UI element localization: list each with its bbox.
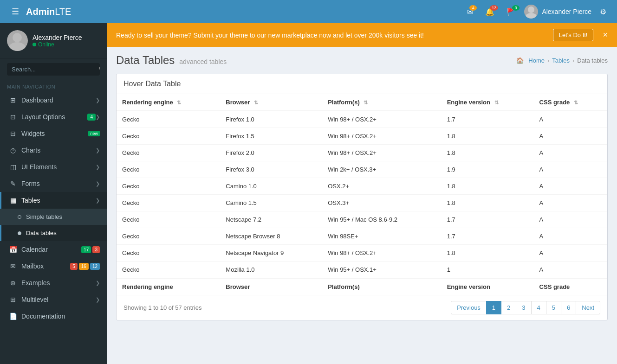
breadcrumb-home[interactable]: Home bbox=[528, 57, 545, 64]
sidebar-item-label: Documentation bbox=[21, 313, 100, 320]
sidebar-item-data-tables[interactable]: Data tables bbox=[0, 225, 107, 241]
new-badge: new bbox=[88, 131, 100, 136]
cell-platform: Win 98+ / OSX.2+ bbox=[322, 128, 442, 145]
cell-version: 1.7 bbox=[442, 228, 534, 245]
sidebar-item-examples[interactable]: ⊕ Examples ❯ bbox=[0, 275, 107, 291]
svg-point-3 bbox=[9, 42, 26, 51]
sidebar-item-label: Tables bbox=[21, 197, 96, 204]
cell-platform: Win 98+ / OSX.2+ bbox=[322, 111, 442, 128]
search-submit[interactable]: 🔍 bbox=[94, 63, 100, 76]
cell-platform: Win 95+ / OSX.1+ bbox=[322, 262, 442, 279]
col-header-grade[interactable]: CSS grade ⇅ bbox=[534, 94, 607, 111]
mailbox-icon: ✉ bbox=[8, 262, 18, 270]
cell-version: 1.8 bbox=[442, 128, 534, 145]
home-icon: 🏠 bbox=[516, 57, 524, 64]
chevron-right-icon: ❯ bbox=[96, 147, 100, 153]
cell-grade: A bbox=[534, 245, 607, 262]
cell-grade: A bbox=[534, 145, 607, 161]
foot-col-platform: Platform(s) bbox=[322, 278, 442, 295]
sidebar-item-layout[interactable]: ⊡ Layout Options 4 ❯ bbox=[0, 109, 107, 125]
table-body: Gecko Firefox 1.0 Win 98+ / OSX.2+ 1.7 A… bbox=[117, 111, 607, 278]
search-box: 🔍 bbox=[0, 58, 107, 80]
cell-platform: OSX.2+ bbox=[322, 178, 442, 195]
sidebar-item-mailbox[interactable]: ✉ Mailbox 5 16 12 bbox=[0, 258, 107, 275]
col-header-engine[interactable]: Rendering engine ⇅ bbox=[117, 94, 220, 111]
user-nav-panel[interactable]: Alexander Pierce bbox=[524, 5, 591, 19]
cell-engine: Gecko bbox=[117, 262, 220, 279]
flag-button[interactable]: 🚩 9 bbox=[503, 5, 520, 19]
cell-version: 1 bbox=[442, 262, 534, 279]
user-avatar bbox=[7, 30, 28, 51]
svg-point-1 bbox=[526, 13, 537, 19]
bullet-icon bbox=[18, 215, 21, 219]
col-header-browser[interactable]: Browser ⇅ bbox=[220, 94, 322, 111]
box-title: Hover Data Table bbox=[123, 80, 600, 88]
examples-icon: ⊕ bbox=[8, 279, 18, 287]
sidebar-item-calendar[interactable]: 📅 Calendar 17 3 bbox=[0, 241, 107, 258]
cell-platform: OSX.3+ bbox=[322, 195, 442, 211]
alert-message: Ready to sell your theme? Submit your th… bbox=[116, 32, 548, 39]
col-label: CSS grade bbox=[539, 99, 570, 106]
sidebar-item-ui[interactable]: ◫ UI Elements ❯ bbox=[0, 159, 107, 175]
sidebar-item-documentation[interactable]: 📄 Documentation bbox=[0, 308, 107, 325]
col-label: Browser bbox=[226, 99, 250, 106]
layout-badge: 4 bbox=[87, 114, 96, 121]
sidebar-toggle[interactable]: ☰ bbox=[7, 6, 24, 17]
brand-logo[interactable]: AdminLTE bbox=[26, 6, 71, 17]
table-row: Gecko Firefox 3.0 Win 2k+ / OSX.3+ 1.9 A bbox=[117, 161, 607, 178]
table-container: Rendering engine ⇅ Browser ⇅ Platform(s)… bbox=[117, 94, 607, 295]
table-row: Gecko Firefox 1.0 Win 98+ / OSX.2+ 1.7 A bbox=[117, 111, 607, 128]
table-header-row: Rendering engine ⇅ Browser ⇅ Platform(s)… bbox=[117, 94, 607, 111]
cell-browser: Firefox 1.0 bbox=[220, 111, 322, 128]
mailbox-badges: 5 16 12 bbox=[70, 263, 100, 270]
pagination-page-2[interactable]: 2 bbox=[501, 301, 516, 314]
cell-browser: Firefox 3.0 bbox=[220, 161, 322, 178]
table-row: Gecko Firefox 1.5 Win 98+ / OSX.2+ 1.8 A bbox=[117, 128, 607, 145]
sidebar-user-name: Alexander Pierce bbox=[32, 34, 82, 41]
sidebar-subitem-label: Data tables bbox=[26, 230, 57, 236]
sidebar-subitem-label: Simple tables bbox=[26, 213, 62, 220]
settings-button[interactable]: ⚙ bbox=[596, 5, 610, 19]
pagination-page-3[interactable]: 3 bbox=[516, 301, 531, 314]
sidebar-item-tables[interactable]: ▦ Tables ❯ bbox=[0, 192, 107, 209]
bell-button[interactable]: 🔔 13 bbox=[481, 5, 498, 19]
bullet-icon bbox=[18, 231, 21, 235]
sidebar: Alexander Pierce Online 🔍 MAIN NAVIGATIO… bbox=[0, 23, 107, 364]
col-header-version[interactable]: Engine version ⇅ bbox=[442, 94, 534, 111]
table-row: Gecko Mozilla 1.0 Win 95+ / OSX.1+ 1 A bbox=[117, 262, 607, 279]
breadcrumb-sep: › bbox=[547, 57, 549, 64]
pagination-next[interactable]: Next bbox=[576, 301, 600, 314]
sidebar-item-multilevel[interactable]: ⊞ Multilevel ❯ bbox=[0, 291, 107, 308]
sidebar-item-dashboard[interactable]: ⊞ Dashboard ❯ bbox=[0, 92, 107, 109]
cell-browser: Firefox 1.5 bbox=[220, 128, 322, 145]
pagination-page-6[interactable]: 6 bbox=[561, 301, 576, 314]
search-input[interactable] bbox=[7, 63, 94, 76]
cell-engine: Gecko bbox=[117, 211, 220, 228]
breadcrumb-tables[interactable]: Tables bbox=[552, 57, 570, 64]
cell-version: 1.7 bbox=[442, 211, 534, 228]
mail-badge: 4 bbox=[469, 5, 477, 11]
sidebar-item-charts[interactable]: ◷ Charts ❯ bbox=[0, 142, 107, 159]
col-label: Platform(s) bbox=[328, 99, 360, 106]
pagination-page-4[interactable]: 4 bbox=[531, 301, 546, 314]
calendar-badge-2: 3 bbox=[92, 246, 100, 253]
page-title: Data Tables bbox=[116, 54, 175, 67]
sidebar-item-forms[interactable]: ✎ Forms ❯ bbox=[0, 175, 107, 192]
pagination-page-1[interactable]: 1 bbox=[486, 301, 501, 314]
cell-grade: A bbox=[534, 195, 607, 211]
chevron-right-icon: ❯ bbox=[96, 114, 100, 120]
brand-prefix: Admin bbox=[26, 6, 55, 17]
pagination-page-5[interactable]: 5 bbox=[546, 301, 561, 314]
user-panel: Alexander Pierce Online bbox=[0, 23, 107, 58]
showing-info: Showing 1 to 10 of 57 entries bbox=[123, 304, 201, 311]
alert-cta-button[interactable]: Let's Do It! bbox=[553, 29, 594, 41]
sidebar-item-widgets[interactable]: ⊟ Widgets new bbox=[0, 125, 107, 142]
mailbox-badge-3: 12 bbox=[90, 263, 100, 270]
mail-button[interactable]: ✉ 4 bbox=[463, 5, 477, 19]
alert-close-button[interactable]: × bbox=[603, 30, 608, 40]
cell-engine: Gecko bbox=[117, 111, 220, 128]
alert-bar: Ready to sell your theme? Submit your th… bbox=[107, 23, 617, 47]
pagination-prev[interactable]: Previous bbox=[451, 301, 487, 314]
col-header-platform[interactable]: Platform(s) ⇅ bbox=[322, 94, 442, 111]
sidebar-item-simple-tables[interactable]: Simple tables bbox=[0, 209, 107, 225]
